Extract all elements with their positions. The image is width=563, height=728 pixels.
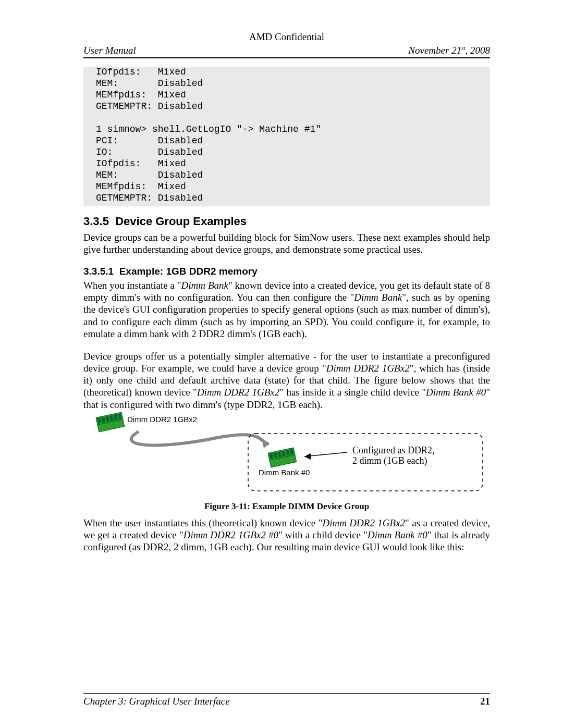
subsection-para-2: Device groups offer us a potentially sim… [83, 350, 490, 411]
header-date-sup: st [461, 45, 465, 51]
code-block: IOfpdis: Mixed MEM: Disabled MEMfpdis: M… [83, 67, 490, 206]
footer-page-number: 21 [480, 696, 490, 707]
term-dimm-ddr2: Dimm DDR2 1GBx2 [326, 363, 410, 374]
annotation-arrow [304, 452, 347, 456]
swoosh-arrow-head [262, 439, 269, 448]
term-dimm-bank-0: Dimm Bank #0 [368, 529, 427, 540]
dimm-icon [96, 412, 125, 432]
figure-diagram: Dimm DDR2 1GBx2 Dimm Bank #0 Configured … [92, 411, 490, 499]
subsection-title: Example: 1GB DDR2 memory [119, 266, 258, 277]
header-date-suffix: , 2008 [466, 45, 491, 56]
annotation-arrow-head [304, 453, 311, 460]
page-footer: Chapter 3: Graphical User Interface 21 [83, 693, 490, 707]
header-row: User Manual November 21st, 2008 [83, 45, 490, 58]
page-container: AMD Confidential User Manual November 21… [0, 0, 563, 728]
footer-chapter: Chapter 3: Graphical User Interface [83, 696, 230, 707]
text: " with a child device " [278, 529, 368, 540]
section-title: Device Group Examples [115, 215, 247, 228]
term-dimm-ddr2-0: Dimm DDR2 1GBx2 #0 [183, 529, 278, 540]
dimm-icon [268, 448, 297, 467]
header-left: User Manual [83, 45, 136, 56]
section-intro-para: Device groups can be a powerful building… [83, 231, 490, 255]
section-number: 3.3.5 [83, 215, 109, 228]
classification-label: AMD Confidential [83, 31, 490, 43]
subsection-number: 3.3.5.1 [83, 266, 114, 277]
subsection-heading: 3.3.5.1 Example: 1GB DDR2 memory [83, 266, 490, 277]
header-date-prefix: November 21 [408, 45, 461, 56]
header-right: November 21st, 2008 [408, 45, 490, 56]
figure-caption: Figure 3-11: Example DIMM Device Group [83, 501, 490, 512]
text: When the user instantiates this (theoret… [83, 517, 322, 528]
term-dimm-bank: Dimm Bank [354, 292, 402, 303]
subsection-para-1: When you instantiate a "Dimm Bank" known… [83, 279, 490, 340]
fig-left-label: Dimm DDR2 1GBx2 [127, 415, 197, 424]
fig-note-line2: 2 dimm (1GB each) [352, 455, 427, 466]
term-dimm-bank-0: Dimm Bank #0 [426, 387, 486, 398]
text: " has inside it a single child device " [279, 387, 426, 398]
term-dimm-ddr2: Dimm DDR2 1GBx2 [197, 387, 279, 398]
term-dimm-ddr2: Dimm DDR2 1GBx2 [322, 517, 405, 528]
text: When you instantiate a " [83, 280, 181, 291]
fig-note-line1: Configured as DDR2, [352, 445, 434, 455]
subsection-para-3: When the user instantiates this (theoret… [83, 517, 490, 553]
section-heading: 3.3.5 Device Group Examples [83, 215, 490, 228]
fig-child-label: Dimm Bank #0 [259, 468, 310, 477]
page-content: AMD Confidential User Manual November 21… [83, 31, 490, 693]
term-dimm-bank: Dimm Bank [181, 280, 228, 291]
